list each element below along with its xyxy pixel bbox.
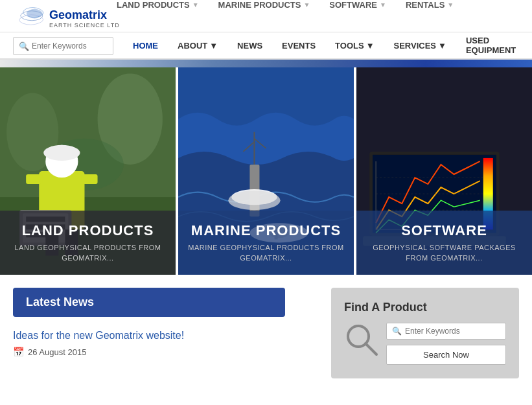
logo-icon [13, 5, 45, 31]
latest-news-header: Latest News [13, 288, 285, 317]
product-search-icon: 🔍 [392, 327, 402, 336]
nav-tools[interactable]: TOOLS ▼ [332, 34, 377, 57]
search-bar[interactable]: 🔍 [13, 37, 113, 55]
search-now-button[interactable]: Search Now [386, 345, 506, 365]
product-search-input[interactable] [405, 327, 500, 336]
marine-panel-overlay: MARINE PRODUCTS MARINE GEOPHYSICAL PRODU… [178, 211, 354, 275]
search-input[interactable] [32, 41, 108, 51]
chevron-down-icon: ▼ [438, 41, 446, 51]
chevron-down-icon: ▼ [380, 1, 386, 8]
svg-point-20 [228, 191, 280, 210]
nav-software[interactable]: SOFTWARE ▼ [329, 0, 386, 10]
nav-land-products[interactable]: LAND PRODUCTS ▼ [117, 0, 199, 10]
chevron-down-icon: ▼ [209, 41, 218, 51]
nav-home[interactable]: HOME [130, 34, 161, 57]
hero-section: LAND PRODUCTS LAND GEOPHYSICAL PRODUCTS … [0, 67, 532, 275]
logo-tagline: EARTH SCIENCE LTD [49, 22, 120, 29]
marine-panel-subtitle: MARINE GEOPHYSICAL PRODUCTS FROM GEOMATR… [188, 243, 344, 263]
svg-rect-9 [81, 174, 97, 184]
secondary-navigation: 🔍 HOME ABOUT ▼ NEWS EVENTS TOOLS ▼ SERVI… [0, 32, 532, 60]
nav-news[interactable]: NEWS [234, 34, 266, 57]
software-panel-subtitle: GEOPHYSICAL SOFTWARE PACKAGES FROM GEOMA… [366, 243, 522, 263]
logo: Geomatrix EARTH SCIENCE LTD [13, 5, 120, 31]
land-panel-overlay: LAND PRODUCTS LAND GEOPHYSICAL PRODUCTS … [0, 211, 176, 275]
logo-name: Geomatrix [49, 8, 120, 22]
chevron-down-icon: ▼ [447, 1, 454, 8]
chevron-down-icon: ▼ [192, 1, 199, 8]
hero-panel-software[interactable]: SOFTWARE GEOPHYSICAL SOFTWARE PACKAGES F… [356, 67, 532, 275]
find-product-search-col: 🔍 Search Now [386, 323, 506, 365]
svg-line-39 [365, 343, 376, 354]
product-search-wrapper[interactable]: 🔍 [386, 323, 506, 340]
hero-panel-land[interactable]: LAND PRODUCTS LAND GEOPHYSICAL PRODUCTS … [0, 67, 176, 275]
find-product-panel: Find A Product 🔍 Search Now [331, 288, 519, 378]
latest-news-panel: Latest News Ideas for the new Geomatrix … [13, 288, 318, 357]
top-navigation: LAND PRODUCTS ▼ MARINE PRODUCTS ▼ SOFTWA… [117, 0, 532, 10]
nav-rentals[interactable]: RENTALS ▼ [406, 0, 454, 10]
big-search-icon [344, 322, 380, 365]
software-panel-title: SOFTWARE [366, 222, 522, 239]
chevron-down-icon: ▼ [366, 41, 375, 51]
chevron-down-icon: ▼ [303, 1, 310, 8]
nav-used-equipment[interactable]: USED EQUIPMENT [463, 29, 519, 62]
hero-panel-marine[interactable]: MARINE PRODUCTS MARINE GEOPHYSICAL PRODU… [178, 67, 354, 275]
find-product-search-row: 🔍 Search Now [344, 322, 506, 365]
nav-about[interactable]: ABOUT ▼ [174, 34, 221, 57]
svg-rect-8 [26, 174, 42, 184]
calendar-icon: 📅 [13, 347, 24, 357]
news-date-text: 26 August 2015 [28, 347, 86, 357]
latest-news-title: Latest News [26, 295, 94, 308]
nav-events[interactable]: EVENTS [279, 34, 319, 57]
land-panel-title: LAND PRODUCTS [10, 222, 166, 239]
news-item-link[interactable]: Ideas for the new Geomatrix website! [13, 330, 318, 341]
marine-panel-title: MARINE PRODUCTS [188, 222, 344, 239]
find-product-title: Find A Product [344, 301, 506, 314]
bottom-section: Latest News Ideas for the new Geomatrix … [0, 275, 532, 391]
software-panel-overlay: SOFTWARE GEOPHYSICAL SOFTWARE PACKAGES F… [356, 211, 532, 275]
search-icon: 🔍 [19, 41, 29, 51]
svg-point-7 [43, 145, 80, 161]
news-date: 📅 26 August 2015 [13, 347, 318, 357]
nav-marine-products[interactable]: MARINE PRODUCTS ▼ [218, 0, 310, 10]
nav-services[interactable]: SERVICES ▼ [391, 34, 450, 57]
land-panel-subtitle: LAND GEOPHYSICAL PRODUCTS FROM GEOMATRIX… [10, 243, 166, 263]
